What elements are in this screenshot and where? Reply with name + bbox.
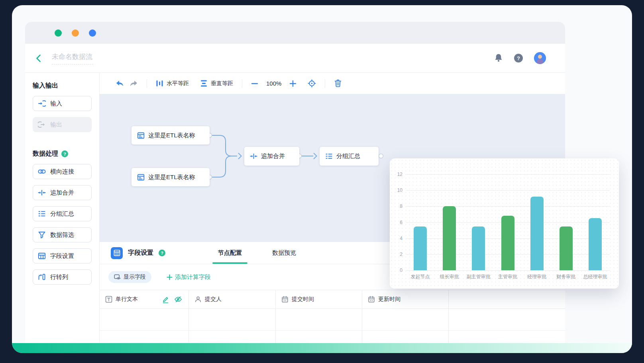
column-header-submitter[interactable]: 提交人 <box>189 290 276 308</box>
canvas-toolbar: 水平等距 垂直等距 100% <box>100 73 565 94</box>
calendar-icon <box>281 296 289 303</box>
table-cell[interactable] <box>100 331 189 343</box>
flow-node-label: 分组汇总 <box>336 152 360 160</box>
chart-ytick-label: 0 <box>400 267 402 273</box>
traffic-light-green[interactable] <box>55 29 62 37</box>
chart-x-axis: 发起节点组长审批副主管审批主管审批经理审批财务审批总经理审批 <box>406 273 610 281</box>
panel-tabs: 节点配置 数据预览 <box>212 242 302 264</box>
group-summary-icon <box>325 152 333 160</box>
table-cell[interactable] <box>362 331 449 343</box>
edit-pencil-icon[interactable] <box>162 295 169 303</box>
text-field-icon <box>105 296 112 303</box>
table-row[interactable] <box>100 331 565 343</box>
sidebar-item-label: 数据筛选 <box>50 231 74 239</box>
undo-button[interactable] <box>116 80 124 87</box>
column-header-label: 更新时间 <box>378 296 401 303</box>
sidebar-item-append-merge[interactable]: 追加合并 <box>33 185 92 200</box>
delete-button[interactable] <box>334 79 342 88</box>
svg-text:?: ? <box>517 55 520 61</box>
sidebar-item-field-settings[interactable]: 字段设置 <box>33 248 92 263</box>
user-avatar[interactable] <box>534 52 546 64</box>
chart-gridline <box>406 190 610 191</box>
locate-button[interactable] <box>308 79 316 88</box>
chart-xtick-label: 发起节点 <box>411 273 430 280</box>
sidebar-item-label: 输出 <box>50 121 62 129</box>
notification-button[interactable] <box>494 53 503 63</box>
column-header-update-time[interactable]: 更新时间 <box>362 290 449 308</box>
calendar-icon <box>368 296 375 303</box>
toolbar-divider <box>147 79 147 88</box>
sidebar-item-row-to-column[interactable]: 行转列 <box>33 269 92 285</box>
sidebar-item-input[interactable]: 输入 <box>33 96 92 111</box>
chart-gridline <box>406 206 610 207</box>
table-cell[interactable] <box>189 331 276 343</box>
append-merge-icon <box>250 152 257 160</box>
help-button[interactable]: ? <box>513 53 524 63</box>
chart-xtick-label: 经理审批 <box>527 273 546 280</box>
chart-ytick-label: 10 <box>397 187 402 193</box>
chart-xtick-label: 主管审批 <box>498 273 517 280</box>
sidebar-item-label: 横向连接 <box>50 168 74 176</box>
table-row[interactable] <box>100 309 565 331</box>
flow-node-append-merge[interactable]: 追加合并 <box>244 147 299 166</box>
table-cell[interactable] <box>100 309 189 330</box>
column-header-single-line-text[interactable]: 单行文本 <box>100 290 189 308</box>
flow-node-etl-table-1[interactable]: 这里是ETL表名称 <box>132 126 210 144</box>
zoom-in-button[interactable] <box>289 80 296 87</box>
column-actions <box>162 295 182 303</box>
chart-bar <box>414 226 427 270</box>
plus-icon <box>289 80 296 87</box>
toolbar-divider <box>325 79 325 88</box>
chart-ytick-label: 2 <box>400 252 402 257</box>
chart-bar <box>530 197 544 270</box>
eye-slash-icon[interactable] <box>174 295 182 303</box>
flow-node-group-summary[interactable]: 分组汇总 <box>320 147 379 166</box>
sidebar-item-label: 行转列 <box>50 273 68 281</box>
sidebar-item-output[interactable]: 输出 <box>33 117 92 132</box>
flow-node-etl-table-2[interactable]: 这里是ETL表名称 <box>132 168 210 186</box>
distribute-vertical-button[interactable]: 垂直等距 <box>200 80 233 87</box>
chart-xtick-label: 总经理审批 <box>583 273 607 280</box>
toolbar-divider <box>242 79 242 88</box>
io-section-title: 输入输出 <box>33 82 92 90</box>
zoom-level: 100% <box>266 80 281 87</box>
input-icon <box>38 100 46 107</box>
distribute-horizontal-button[interactable]: 水平等距 <box>156 80 189 87</box>
redo-icon <box>130 80 138 87</box>
approval-bar-chart-card: 024681012 发起节点组长审批副主管审批主管审批经理审批财务审批总经理审批 <box>390 158 619 289</box>
chart-gridline <box>406 270 610 271</box>
sidebar-item-horizontal-join[interactable]: 横向连接 <box>33 164 92 179</box>
user-icon <box>194 296 202 303</box>
chart-ytick-label: 12 <box>397 172 402 177</box>
panel-title-group: 字段设置 ? <box>111 247 165 259</box>
sidebar-item-data-filter[interactable]: 数据筛选 <box>33 227 92 242</box>
column-header-submit-time[interactable]: 提交时间 <box>276 290 362 308</box>
process-help-icon[interactable]: ? <box>61 150 68 157</box>
crosshair-icon <box>308 79 316 88</box>
table-cell[interactable] <box>189 309 276 330</box>
sidebar-item-label: 追加合并 <box>50 189 74 197</box>
back-chevron-icon <box>35 54 41 62</box>
add-calc-field-button[interactable]: 添加计算字段 <box>167 273 211 281</box>
table-cell[interactable] <box>362 309 449 330</box>
redo-button[interactable] <box>130 80 138 87</box>
distribute-vertical-icon <box>200 80 208 87</box>
sidebar-item-group-summary[interactable]: 分组汇总 <box>33 206 92 221</box>
table-cell[interactable] <box>276 331 362 343</box>
table-header-row: 单行文本 <box>100 290 565 309</box>
show-fields-button[interactable]: 显示字段 <box>108 271 151 283</box>
back-button[interactable] <box>35 54 41 62</box>
tab-node-config[interactable]: 节点配置 <box>212 242 247 264</box>
column-header-label: 提交时间 <box>292 296 314 303</box>
distribute-vertical-label: 垂直等距 <box>211 80 233 87</box>
panel-help-icon[interactable]: ? <box>159 250 165 256</box>
tab-data-preview[interactable]: 数据预览 <box>267 242 302 264</box>
header-actions: ? <box>494 52 546 64</box>
chart-bar <box>589 218 602 270</box>
output-icon <box>38 121 46 129</box>
traffic-light-orange[interactable] <box>72 29 79 37</box>
traffic-light-blue[interactable] <box>89 29 96 37</box>
table-cell[interactable] <box>276 309 362 330</box>
zoom-out-button[interactable] <box>251 80 258 87</box>
flow-title-input[interactable]: 未命名数据流 <box>52 52 93 64</box>
